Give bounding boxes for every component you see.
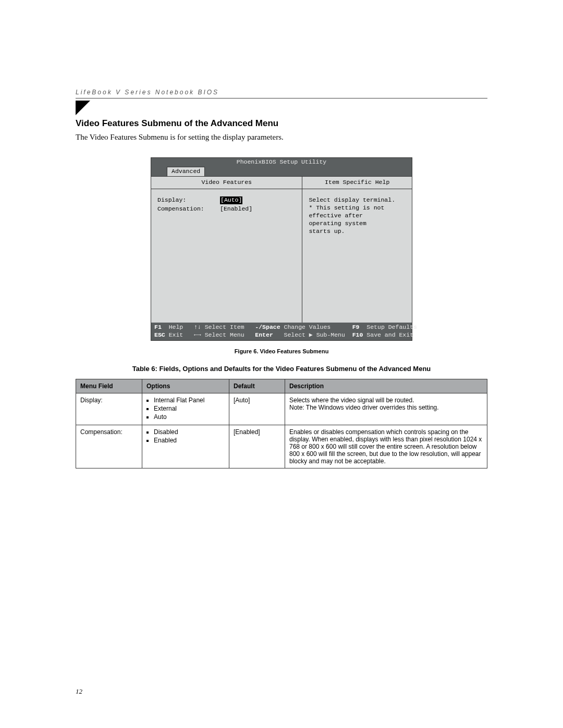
table-row: Compensation: Disabled Enabled [Enabled]… [76,425,487,468]
key-leftright: ←→ [194,331,201,338]
table-caption: Table 6: Fields, Options and Defaults fo… [76,365,487,373]
option-item: External [154,405,225,412]
key-updown: ↑↓ [194,324,201,330]
option-item: Internal Flat Panel [154,397,225,404]
action-help: Help [169,324,183,330]
figure-caption: Figure 6. Video Features Submenu [76,348,487,354]
bios-help: Select display terminal. * This setting … [302,189,412,323]
th-description: Description [285,379,487,393]
key-enter: Enter [255,331,273,338]
field-value: [Auto] [220,196,242,204]
cell-default: [Enabled] [229,425,285,468]
key-f9: F9 [352,324,360,330]
cell-options: Disabled Enabled [142,425,229,468]
action-select-submenu: Select ▶ Sub-Menu [284,331,345,338]
cell-description: Enables or disables compensation which c… [285,425,487,468]
bios-screenshot: PhoenixBIOS Setup Utility Advanced Video… [151,157,412,341]
corner-triangle-icon [76,101,90,115]
running-header: LifeBook V Series Notebook BIOS [76,89,487,98]
field-label: Display: [157,196,220,204]
help-line: starts up. [309,228,406,236]
action-setup-defaults: Setup Defaults [366,324,417,330]
option-item: Auto [154,413,225,421]
cell-field: Display: [76,393,142,425]
cell-options: Internal Flat Panel External Auto [142,393,229,425]
help-line: operating system [309,220,406,228]
bios-right-title: Item Specific Help [302,177,412,189]
cell-description: Selects where the video signal will be r… [285,393,487,425]
key-f1: F1 [154,324,162,330]
key-space: -/Space [255,324,280,330]
intro-paragraph: The Video Features Submenu is for settin… [76,133,487,142]
bios-footer: F1 Help ↑↓ Select Item -/Space Change Va… [151,323,412,340]
bios-menubar: Advanced [151,167,412,176]
action-select-menu: Select Menu [205,331,244,338]
field-label: Compensation: [157,205,220,213]
cell-field: Compensation: [76,425,142,468]
features-table: Menu Field Options Default Description D… [76,379,487,468]
action-save-exit: Save and Exit [366,331,413,338]
option-item: Enabled [154,437,225,444]
cell-default: [Auto] [229,393,285,425]
bios-field-compensation: Compensation: [Enabled] [157,205,296,213]
th-menu-field: Menu Field [76,379,142,393]
table-row: Display: Internal Flat Panel External Au… [76,393,487,425]
bios-tab-advanced: Advanced [167,167,205,176]
help-line: effective after [309,212,406,220]
section-heading: Video Features Submenu of the Advanced M… [76,118,487,129]
help-line: * This setting is not [309,204,406,212]
action-exit: Exit [169,331,183,338]
bios-title: PhoenixBIOS Setup Utility [151,158,412,167]
action-change-values: Change Values [284,324,331,330]
bios-fields: Display: [Auto] Compensation: [Enabled] [151,189,302,323]
page-number: 12 [76,687,82,696]
key-esc: ESC [154,331,165,338]
help-line: Select display terminal. [309,196,406,204]
field-value: [Enabled] [220,205,252,213]
th-default: Default [229,379,285,393]
option-item: Disabled [154,428,225,436]
key-f10: F10 [352,331,363,338]
bios-field-display: Display: [Auto] [157,196,296,204]
bios-left-title: Video Features [151,177,302,189]
th-options: Options [142,379,229,393]
action-select-item: Select Item [205,324,244,330]
